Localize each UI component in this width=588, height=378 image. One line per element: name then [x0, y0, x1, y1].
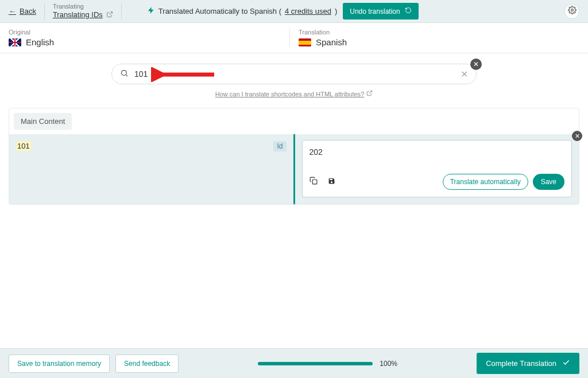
check-icon [562, 358, 570, 368]
editor-right-buttons: Translate automatically Save [443, 174, 564, 190]
svg-rect-6 [312, 180, 317, 184]
back-label: Back [20, 7, 36, 15]
credits-used-link[interactable]: 4 credits used [285, 7, 331, 15]
top-header: ← Back Translating Translating IDs Trans… [0, 0, 588, 23]
svg-point-2 [122, 70, 127, 75]
footer-bar: Save to translation memory Send feedback… [0, 348, 588, 378]
bolt-icon [147, 6, 155, 16]
auto-translate-status: Translated Automatically to Spanish (4 c… [147, 6, 337, 16]
original-label: Original [9, 29, 289, 36]
language-row: Original English Translation Spanish [0, 23, 588, 53]
help-text: How can I translate shortcodes and HTML … [215, 91, 364, 98]
translate-automatically-button[interactable]: Translate automatically [443, 174, 528, 190]
close-editor-button[interactable]: ✕ [572, 131, 582, 141]
editor-left-icons [310, 177, 335, 187]
send-feedback-button[interactable]: Send feedback [115, 354, 179, 373]
translation-label: Translation [299, 29, 579, 36]
section-main-content[interactable]: Main Content [14, 113, 72, 130]
source-cell[interactable]: 101 Id [9, 134, 295, 204]
progress-label: 100% [380, 360, 397, 368]
undo-label: Undo translation [350, 7, 400, 15]
save-disk-icon[interactable] [328, 177, 335, 187]
translation-input[interactable]: 202 [310, 147, 565, 170]
translation-language-col: Translation Spanish [289, 29, 579, 47]
original-lang-text: English [26, 37, 54, 47]
flag-uk-icon [9, 38, 21, 46]
progress-indicator: 100% [184, 360, 471, 368]
translation-lang-text: Spanish [316, 37, 347, 47]
undo-icon [405, 7, 412, 15]
type-badge: Id [273, 141, 286, 151]
help-shortcodes-link[interactable]: How can I translate shortcodes and HTML … [215, 90, 373, 98]
gear-icon [568, 6, 577, 17]
save-button[interactable]: Save [533, 174, 564, 190]
search-icon [120, 69, 129, 80]
external-link-icon [106, 11, 113, 20]
auto-text-prefix: Translated Automatically to Spanish ( [158, 7, 281, 15]
copy-icon[interactable] [310, 177, 318, 187]
content-panel: Main Content 101 Id ✕ 202 [9, 108, 579, 205]
source-text: 101 [16, 141, 31, 151]
original-language-col: Original English [9, 29, 289, 47]
undo-translation-button[interactable]: Undo translation [343, 3, 418, 20]
translation-name: Spanish [299, 37, 579, 47]
svg-line-0 [109, 11, 113, 15]
translation-row: 101 Id ✕ 202 Translate auto [9, 134, 579, 204]
auto-text-suffix: ) [335, 7, 337, 15]
external-link-icon [366, 90, 373, 98]
divider [44, 3, 45, 20]
title-block: Translating Translating IDs [53, 3, 113, 20]
title-main[interactable]: Translating IDs [53, 10, 113, 20]
title-text: Translating IDs [53, 10, 103, 20]
progress-bar [258, 362, 373, 365]
title-subtitle: Translating [53, 3, 113, 10]
editor-actions: Translate automatically Save [310, 174, 565, 190]
search-input[interactable] [134, 69, 455, 79]
search-area: ✕ ✕ How can I translate shortcodes and H… [0, 53, 588, 102]
search-box: ✕ ✕ [111, 64, 477, 84]
clear-search-button[interactable]: ✕ [461, 69, 468, 80]
flag-es-icon [299, 38, 311, 46]
settings-button[interactable] [564, 4, 579, 19]
arrow-left-icon: ← [9, 7, 16, 15]
original-name: English [9, 37, 289, 47]
back-link[interactable]: ← Back [9, 7, 36, 15]
translation-cell: ✕ 202 Translate automatically Save [295, 134, 579, 204]
svg-point-1 [571, 9, 573, 11]
svg-line-5 [369, 91, 372, 93]
svg-line-3 [126, 75, 127, 76]
translation-editor: 202 Translate automatically Save [302, 140, 572, 197]
close-search-badge[interactable]: ✕ [470, 59, 482, 70]
divider [121, 3, 122, 20]
complete-translation-button[interactable]: Complete Translation [477, 353, 579, 374]
save-to-memory-button[interactable]: Save to translation memory [9, 354, 110, 373]
complete-label: Complete Translation [486, 359, 556, 368]
